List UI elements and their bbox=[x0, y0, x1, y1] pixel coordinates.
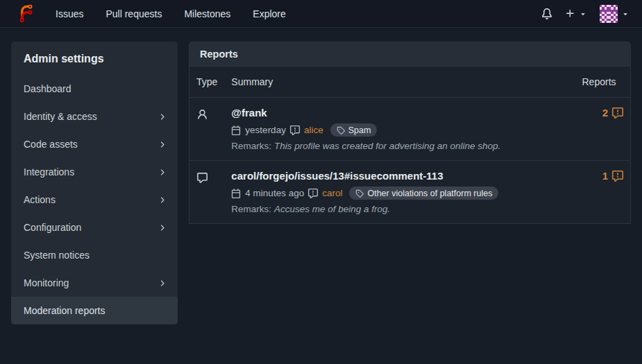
sidebar-item-monitoring[interactable]: Monitoring bbox=[11, 269, 178, 297]
reporter-link[interactable]: carol bbox=[322, 188, 342, 198]
user-menu-dropdown[interactable] bbox=[600, 5, 630, 23]
sidebar-item-label: Identity & access bbox=[24, 111, 97, 122]
create-new-dropdown[interactable] bbox=[565, 8, 587, 19]
sidebar-item-actions[interactable]: Actions bbox=[11, 186, 178, 214]
notifications-bell-icon[interactable] bbox=[541, 8, 552, 19]
navbar-right bbox=[541, 5, 630, 23]
chevron-right-icon bbox=[158, 279, 167, 288]
report-target-link[interactable]: @frank bbox=[231, 107, 267, 119]
report-time: 4 minutes ago bbox=[245, 188, 304, 198]
report-category-label[interactable]: Spam bbox=[330, 123, 378, 137]
sidebar-item-configuration[interactable]: Configuration bbox=[11, 214, 178, 241]
report-meta: yesterday alice Spam bbox=[231, 123, 568, 137]
report-icon bbox=[308, 189, 318, 198]
report-target-link[interactable]: carol/forgejo/issues/13#issuecomment-113 bbox=[231, 170, 443, 182]
sidebar-item-integrations[interactable]: Integrations bbox=[11, 158, 178, 186]
nav-milestones[interactable]: Milestones bbox=[173, 1, 242, 26]
top-navbar: Issues Pull requests Milestones Explore bbox=[0, 0, 642, 28]
sidebar-item-label: Code assets bbox=[24, 139, 78, 150]
chevron-right-icon bbox=[158, 140, 167, 149]
chevron-right-icon bbox=[158, 223, 167, 232]
sidebar-item-moderation-reports[interactable]: Moderation reports bbox=[11, 297, 178, 324]
report-icon bbox=[290, 125, 300, 135]
report-row: carol/forgejo/issues/13#issuecomment-113… bbox=[189, 161, 631, 224]
nav-issues[interactable]: Issues bbox=[44, 1, 94, 26]
report-row: @frank yesterday alice Spam bbox=[189, 98, 631, 161]
user-avatar bbox=[600, 5, 618, 23]
calendar-icon bbox=[231, 125, 241, 135]
report-count-icon bbox=[612, 171, 623, 182]
sidebar-item-label: System notices bbox=[24, 250, 90, 261]
comment-icon bbox=[196, 172, 208, 184]
forgejo-logo-icon[interactable] bbox=[17, 5, 35, 23]
column-header-type: Type bbox=[189, 67, 225, 98]
nav-pull-requests[interactable]: Pull requests bbox=[94, 1, 173, 26]
user-icon bbox=[196, 109, 208, 121]
sidebar-item-label: Monitoring bbox=[24, 277, 69, 288]
sidebar-items: DashboardIdentity & accessCode assetsInt… bbox=[11, 75, 178, 324]
chevron-right-icon bbox=[158, 196, 167, 205]
sidebar-item-label: Moderation reports bbox=[24, 305, 105, 316]
nav-explore[interactable]: Explore bbox=[242, 1, 296, 26]
sidebar-item-label: Dashboard bbox=[24, 83, 71, 94]
report-remarks: Remarks: This profile was created for ad… bbox=[231, 141, 568, 151]
column-header-summary: Summary bbox=[224, 67, 575, 98]
sidebar-title: Admin settings bbox=[11, 42, 178, 75]
report-count-link[interactable]: 2 bbox=[602, 107, 623, 119]
chevron-right-icon bbox=[158, 112, 167, 121]
sidebar-item-dashboard[interactable]: Dashboard bbox=[11, 75, 178, 103]
sidebar-item-identity-access[interactable]: Identity & access bbox=[11, 103, 178, 130]
primary-nav: Issues Pull requests Milestones Explore bbox=[44, 1, 297, 26]
tag-icon bbox=[355, 189, 364, 198]
reports-panel: Reports Type Summary Reports @frank bbox=[189, 42, 631, 224]
calendar-icon bbox=[231, 189, 241, 198]
table-header-row: Type Summary Reports bbox=[189, 67, 631, 98]
chevron-down-icon bbox=[621, 10, 630, 18]
reporter-link[interactable]: alice bbox=[304, 125, 323, 135]
column-header-reports: Reports bbox=[575, 67, 631, 98]
panel-title: Reports bbox=[189, 42, 631, 66]
tag-icon bbox=[337, 126, 345, 135]
chevron-right-icon bbox=[158, 168, 167, 177]
sidebar-item-label: Actions bbox=[24, 194, 56, 205]
sidebar-item-code-assets[interactable]: Code assets bbox=[11, 130, 178, 158]
admin-sidebar: Admin settings DashboardIdentity & acces… bbox=[11, 42, 178, 324]
report-time: yesterday bbox=[245, 125, 286, 135]
report-count-icon bbox=[612, 107, 623, 119]
page-content: Admin settings DashboardIdentity & acces… bbox=[0, 28, 642, 324]
report-remarks: Remarks: Accuses me of being a frog. bbox=[231, 204, 568, 214]
plus-icon bbox=[565, 8, 575, 19]
report-category-label[interactable]: Other violations of platform rules bbox=[349, 187, 498, 200]
chevron-down-icon bbox=[579, 10, 587, 18]
report-count-link[interactable]: 1 bbox=[602, 170, 623, 182]
sidebar-item-label: Integrations bbox=[24, 166, 74, 177]
report-meta: 4 minutes ago carol Other violations of … bbox=[231, 187, 568, 200]
sidebar-item-system-notices[interactable]: System notices bbox=[11, 241, 178, 269]
sidebar-item-label: Configuration bbox=[24, 222, 81, 233]
reports-table: Type Summary Reports @frank yesterday bbox=[189, 66, 631, 224]
